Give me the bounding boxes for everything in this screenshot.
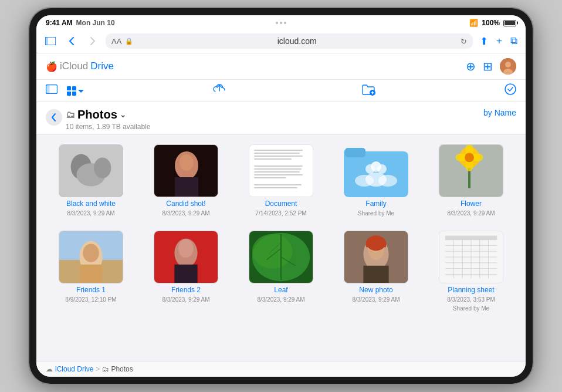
file-thumbnail	[249, 144, 313, 197]
svg-rect-42	[79, 265, 102, 283]
svg-rect-58	[363, 266, 388, 283]
file-thumbnail	[154, 231, 218, 283]
bw-photo-thumb	[59, 145, 123, 197]
forward-button[interactable]	[84, 33, 101, 49]
list-item[interactable]: New photo 8/3/2023, 9:29 AM	[333, 231, 419, 312]
file-thumbnail	[249, 231, 313, 283]
file-thumbnail	[439, 144, 503, 197]
svg-point-27	[371, 161, 381, 172]
svg-rect-7	[67, 86, 71, 90]
apple-logo: 🍎	[46, 61, 57, 72]
browser-bar: AA 🔒 icloud.com ↻ ⬆ + ⧉	[36, 29, 526, 53]
time: 9:41 AM	[46, 19, 73, 27]
list-item[interactable]: Black and white 8/3/2023, 9:29 AM	[48, 144, 134, 217]
svg-point-50	[252, 234, 293, 269]
file-date: 8/9/2023, 12:10 PM	[65, 296, 116, 303]
shared-label: Shared by Me	[453, 305, 489, 312]
file-name: New photo	[359, 286, 392, 294]
svg-point-47	[178, 239, 194, 258]
sort-label[interactable]: by Name	[483, 108, 516, 117]
file-name: Leaf	[274, 286, 287, 294]
breadcrumb-home[interactable]: iCloud Drive	[55, 365, 93, 373]
back-button[interactable]	[63, 33, 80, 49]
file-thumbnail	[344, 144, 408, 197]
svg-point-30	[365, 173, 387, 187]
folder-chevron-icon: ⌄	[120, 110, 126, 119]
svg-rect-74	[445, 236, 497, 240]
upload-icon[interactable]	[213, 83, 226, 98]
bottom-bar: ☁ iCloud Drive > 🗂 Photos	[36, 361, 526, 377]
battery-icon	[503, 20, 516, 26]
breadcrumb-current: 🗂 Photos	[102, 365, 133, 373]
file-thumbnail	[154, 144, 218, 197]
list-item[interactable]: Leaf 8/3/2023, 9:29 AM	[238, 231, 324, 312]
folder-subtitle: 10 items, 1.89 TB available	[66, 123, 151, 131]
file-name: Candid shot!	[166, 200, 205, 208]
file-date: 8/3/2023, 3:53 PM	[447, 296, 495, 303]
file-thumbnail	[59, 144, 123, 197]
icloud-header: 🍎 iCloud Drive ⊕ ⊞	[36, 53, 526, 80]
back-folder-button[interactable]	[46, 109, 62, 126]
folder-small-icon: 🗂	[102, 365, 109, 373]
drive-label: Drive	[90, 60, 114, 72]
list-item[interactable]: Flower 8/3/2023, 9:29 AM	[428, 144, 514, 217]
svg-point-16	[94, 157, 111, 178]
svg-rect-10	[72, 92, 76, 96]
checkmark-icon[interactable]	[505, 83, 516, 98]
file-name: Black and white	[66, 200, 116, 208]
device-frame: 9:41 AM Mon Jun 10 📶 100%	[29, 8, 533, 384]
svg-rect-46	[174, 265, 197, 283]
browser-actions: ⬆ + ⧉	[478, 35, 520, 48]
files-grid: Black and white 8/3/2023, 9:29 AM	[48, 144, 514, 312]
svg-rect-1	[45, 37, 48, 45]
svg-point-12	[505, 84, 516, 94]
list-item[interactable]: Document 7/14/2023, 2:52 PM	[238, 144, 324, 217]
file-name: Friends 2	[171, 286, 201, 294]
file-name: Friends 1	[76, 286, 106, 294]
file-thumbnail	[439, 231, 503, 283]
list-item[interactable]: Planning sheet 8/3/2023, 3:53 PM Shared …	[428, 231, 514, 312]
view-options-icon[interactable]	[67, 86, 84, 96]
file-date: 8/3/2023, 9:29 AM	[257, 296, 304, 303]
file-date: Shared by Me	[358, 210, 394, 217]
reload-button[interactable]: ↻	[461, 37, 467, 46]
document-thumb	[249, 145, 313, 197]
avatar[interactable]	[500, 58, 516, 75]
lock-icon: 🔒	[125, 38, 133, 45]
list-item[interactable]: Family Shared by Me	[333, 144, 419, 217]
sidebar-toggle-button[interactable]	[42, 33, 59, 49]
url-bar[interactable]: AA 🔒 icloud.com ↻	[106, 33, 473, 49]
breadcrumb-current-name: Photos	[111, 365, 133, 373]
folder-add-icon[interactable]	[361, 84, 375, 98]
new-tab-button[interactable]: +	[494, 35, 505, 48]
status-bar: 9:41 AM Mon Jun 10 📶 100%	[36, 15, 526, 29]
list-item[interactable]: Candid shot! 8/3/2023, 9:29 AM	[143, 144, 229, 217]
toolbar	[36, 80, 526, 102]
icloud-logo: 🍎 iCloud Drive	[46, 60, 114, 72]
sidebar-icon[interactable]	[46, 85, 57, 97]
folder-header: 🗂 Photos ⌄ 10 items, 1.89 TB available b…	[36, 102, 526, 135]
file-date: 8/3/2023, 9:29 AM	[447, 210, 495, 217]
file-name: Planning sheet	[448, 286, 494, 294]
svg-point-20	[180, 154, 194, 171]
tabs-button[interactable]: ⧉	[508, 35, 520, 48]
url-text: icloud.com	[137, 36, 457, 46]
add-circle-icon[interactable]: ⊕	[466, 59, 476, 73]
svg-rect-9	[67, 92, 71, 96]
svg-rect-24	[345, 148, 365, 157]
icloud-header-right: ⊕ ⊞	[466, 58, 516, 75]
folder-name: Photos	[77, 108, 117, 121]
grid-view-icon[interactable]: ⊞	[483, 59, 493, 73]
aa-label: AA	[111, 37, 121, 46]
date: Mon Jun 10	[76, 19, 115, 27]
files-grid-container: Black and white 8/3/2023, 9:29 AM	[36, 135, 526, 361]
file-date: 8/3/2023, 9:29 AM	[162, 296, 209, 303]
cloud-icon: ☁	[46, 365, 53, 373]
candid-photo-thumb	[154, 145, 218, 197]
status-left: 9:41 AM Mon Jun 10	[46, 19, 115, 27]
svg-rect-6	[46, 85, 50, 94]
list-item[interactable]: Friends 1 8/9/2023, 12:10 PM	[48, 231, 134, 312]
share-button[interactable]: ⬆	[478, 35, 490, 48]
wifi-icon: 📶	[469, 19, 478, 27]
list-item[interactable]: Friends 2 8/3/2023, 9:29 AM	[143, 231, 229, 312]
